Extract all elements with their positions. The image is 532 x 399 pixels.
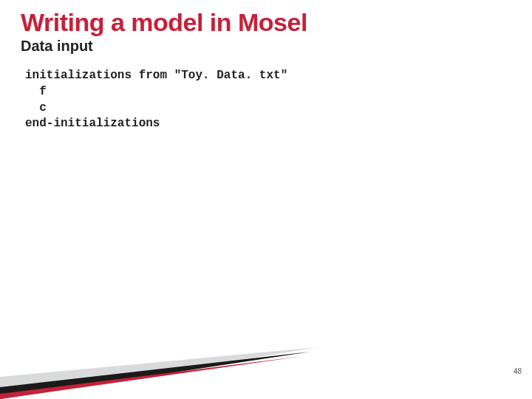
decorative-swoosh [0,310,532,399]
svg-marker-1 [0,352,310,399]
slide: Writing a model in Mosel Data input init… [0,0,532,399]
svg-marker-0 [0,347,318,399]
code-block: initializations from "Toy. Data. txt" f … [21,68,511,132]
code-line-2: f [25,85,47,98]
code-line-4: end-initializations [25,117,160,130]
page-number: 48 [514,367,522,375]
svg-marker-2 [0,356,303,399]
code-line-1: initializations from "Toy. Data. txt" [25,69,287,82]
code-line-3: c [25,101,47,115]
slide-subtitle: Data input [21,38,511,55]
slide-title: Writing a model in Mosel [21,9,511,36]
